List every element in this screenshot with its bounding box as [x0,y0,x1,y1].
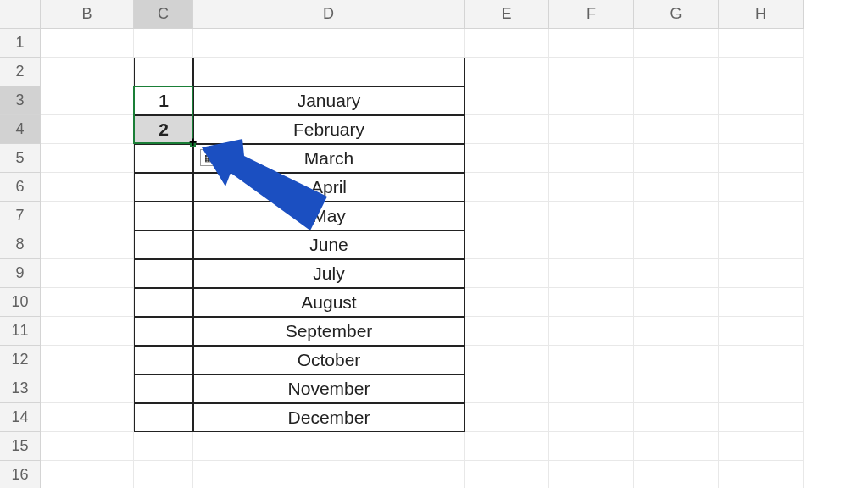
cell-G10[interactable] [634,288,719,317]
cell-D16[interactable] [193,461,465,488]
cell-F15[interactable] [549,432,634,461]
cell-D1[interactable] [193,29,465,58]
row-header-16[interactable]: 16 [0,461,41,488]
cell-G13[interactable] [634,374,719,403]
cell-B10[interactable] [41,288,134,317]
row-header-7[interactable]: 7 [0,202,41,230]
cell-E1[interactable] [465,29,549,58]
cell-C13[interactable] [134,374,193,403]
cell-C3[interactable]: 1 [134,86,193,115]
cell-E2[interactable] [465,58,549,86]
row-header-11[interactable]: 11 [0,317,41,346]
cell-D13[interactable]: November [193,374,465,403]
cell-B4[interactable] [41,115,134,144]
cell-F6[interactable] [549,173,634,202]
cell-E5[interactable] [465,144,549,173]
cell-E4[interactable] [465,115,549,144]
cell-H14[interactable] [719,403,804,432]
cell-G14[interactable] [634,403,719,432]
row-header-8[interactable]: 8 [0,230,41,259]
cell-G11[interactable] [634,317,719,346]
cell-C10[interactable] [134,288,193,317]
cell-D4[interactable]: February [193,115,465,144]
cell-G6[interactable] [634,173,719,202]
cell-G5[interactable] [634,144,719,173]
cell-C5[interactable] [134,144,193,173]
cell-B16[interactable] [41,461,134,488]
cell-B2[interactable] [41,58,134,86]
cell-G16[interactable] [634,461,719,488]
cell-B11[interactable] [41,317,134,346]
cell-F4[interactable] [549,115,634,144]
cell-C1[interactable] [134,29,193,58]
cell-F12[interactable] [549,346,634,374]
cell-C4[interactable]: 2 [134,115,193,144]
cell-E11[interactable] [465,317,549,346]
cell-D5[interactable]: March [193,144,465,173]
cell-H11[interactable] [719,317,804,346]
row-header-4[interactable]: 4 [0,115,41,144]
cell-B14[interactable] [41,403,134,432]
cell-B6[interactable] [41,173,134,202]
select-all-corner[interactable] [0,0,41,29]
cell-C8[interactable] [134,230,193,259]
cell-D10[interactable]: August [193,288,465,317]
cell-D8[interactable]: June [193,230,465,259]
row-header-1[interactable]: 1 [0,29,41,58]
cell-F8[interactable] [549,230,634,259]
row-header-5[interactable]: 5 [0,144,41,173]
cell-G3[interactable] [634,86,719,115]
cell-H5[interactable] [719,144,804,173]
cell-G12[interactable] [634,346,719,374]
cell-D7[interactable]: May [193,202,465,230]
autofill-options-button[interactable]: ▦ [200,149,217,166]
cell-C7[interactable] [134,202,193,230]
cell-H4[interactable] [719,115,804,144]
row-header-2[interactable]: 2 [0,58,41,86]
cell-F14[interactable] [549,403,634,432]
cell-H3[interactable] [719,86,804,115]
cell-F1[interactable] [549,29,634,58]
cell-E16[interactable] [465,461,549,488]
row-header-13[interactable]: 13 [0,374,41,403]
col-header-B[interactable]: B [41,0,134,29]
cell-B15[interactable] [41,432,134,461]
cell-G8[interactable] [634,230,719,259]
cell-H10[interactable] [719,288,804,317]
cell-F2[interactable] [549,58,634,86]
cell-E3[interactable] [465,86,549,115]
cell-B13[interactable] [41,374,134,403]
cell-C12[interactable] [134,346,193,374]
cell-G9[interactable] [634,259,719,288]
cell-B7[interactable] [41,202,134,230]
row-header-12[interactable]: 12 [0,346,41,374]
cell-H16[interactable] [719,461,804,488]
cell-H8[interactable] [719,230,804,259]
cell-E14[interactable] [465,403,549,432]
cell-E9[interactable] [465,259,549,288]
cell-E6[interactable] [465,173,549,202]
cell-E10[interactable] [465,288,549,317]
cell-H7[interactable] [719,202,804,230]
cell-C14[interactable] [134,403,193,432]
cell-B9[interactable] [41,259,134,288]
cell-E8[interactable] [465,230,549,259]
cell-D14[interactable]: December [193,403,465,432]
cell-D9[interactable]: July [193,259,465,288]
col-header-H[interactable]: H [719,0,804,29]
cell-B3[interactable] [41,86,134,115]
cell-G2[interactable] [634,58,719,86]
cell-E12[interactable] [465,346,549,374]
cell-C15[interactable] [134,432,193,461]
cell-D11[interactable]: September [193,317,465,346]
cell-F10[interactable] [549,288,634,317]
cell-H12[interactable] [719,346,804,374]
cell-F3[interactable] [549,86,634,115]
cell-G7[interactable] [634,202,719,230]
row-header-14[interactable]: 14 [0,403,41,432]
cell-C6[interactable] [134,173,193,202]
cell-D2[interactable]: Month [193,58,465,86]
cell-E13[interactable] [465,374,549,403]
cell-E15[interactable] [465,432,549,461]
row-header-6[interactable]: 6 [0,173,41,202]
